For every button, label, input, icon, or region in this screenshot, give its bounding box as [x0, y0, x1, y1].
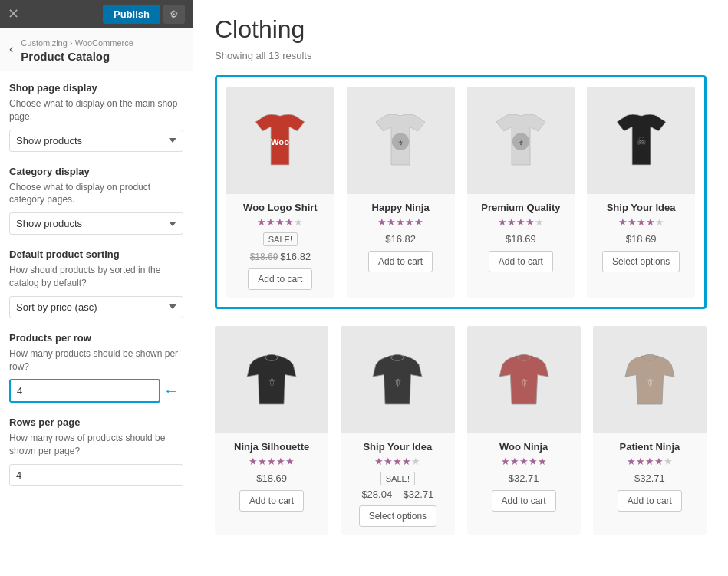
svg-point-12 [644, 354, 656, 360]
products-per-row-section: Products per row How many products shoul… [9, 332, 183, 403]
product-info: Ninja Silhouette ★★★★★ $18.69 Add to car… [215, 433, 328, 519]
svg-text:🗡: 🗡 [519, 377, 529, 388]
product-card: 🗡 Ninja Silhouette ★★★★★ $18.69 Add to c… [215, 326, 328, 535]
product-image: Woo [226, 87, 334, 194]
svg-point-10 [518, 354, 530, 360]
product-info: Patient Ninja ★★★★★ $32.71 Add to cart [593, 433, 707, 519]
product-info: Premium Quality ★★★★★ $18.69 Add to cart [467, 194, 575, 280]
add-to-cart-button[interactable]: Add to cart [618, 490, 682, 512]
product-stars: ★★★★★ [232, 216, 328, 228]
default-sorting-title: Default product sorting [9, 249, 183, 260]
shop-page-display-select[interactable]: Show products Show categories Show categ… [9, 130, 183, 152]
category-display-select[interactable]: Show products Show categories Show categ… [9, 212, 183, 235]
product-image: 🗡 [347, 87, 455, 194]
showing-results-text: Showing all 13 results [215, 50, 707, 61]
add-to-cart-button[interactable]: Select options [359, 505, 436, 527]
category-display-section: Category display Choose what to display … [9, 166, 183, 235]
sale-badge: SALE! [380, 472, 415, 485]
product-info: Happy Ninja ★★★★★ $16.82 Add to cart [347, 194, 455, 280]
product-name: Woo Ninja [473, 441, 575, 453]
product-grid-highlight: Woo Woo Logo Shirt ★★★★★ SALE! $18.69$16… [215, 75, 707, 309]
gear-button[interactable]: ⚙ [163, 5, 185, 24]
product-name: Woo Logo Shirt [232, 202, 328, 213]
products-per-row-input-row: ← [9, 379, 183, 403]
topbar-actions: Publish ⚙ [103, 5, 185, 24]
rows-per-page-title: Rows per page [9, 416, 183, 428]
product-image: 🗡 [467, 87, 575, 194]
rows-per-page-input[interactable] [9, 464, 183, 486]
product-name: Ship Your Idea [347, 441, 448, 453]
add-to-cart-button[interactable]: Add to cart [489, 251, 553, 272]
add-to-cart-button[interactable]: Add to cart [248, 268, 312, 290]
default-sorting-desc: How should products by sorted in the cat… [9, 264, 183, 290]
product-image: 🗡 [467, 326, 581, 433]
category-display-title: Category display [9, 166, 183, 177]
product-stars: ★★★★★ [221, 456, 322, 467]
shop-page-display-desc: Choose what to display on the main shop … [9, 97, 183, 123]
product-info: Ship Your Idea ★★★★★ SALE! $28.04 – $32.… [341, 433, 454, 535]
product-stars: ★★★★★ [593, 216, 689, 228]
product-price: $18.69 [256, 472, 287, 484]
sidebar-content: Shop page display Choose what to display… [0, 71, 193, 576]
arrow-indicator-icon: ← [163, 382, 179, 400]
product-info: Woo Ninja ★★★★★ $32.71 Add to cart [467, 433, 581, 519]
product-image: ☠ [587, 87, 695, 194]
product-card: 🗡 Happy Ninja ★★★★★ $16.82 Add to cart [347, 87, 455, 298]
product-price: $16.82 [385, 233, 416, 245]
add-to-cart-button[interactable]: Select options [602, 251, 680, 272]
breadcrumb: ‹ Customizing › WooCommerce Product Cata… [0, 28, 193, 71]
svg-text:🗡: 🗡 [393, 377, 403, 388]
breadcrumb-title: Product Catalog [21, 50, 133, 63]
svg-text:☠: ☠ [636, 135, 646, 147]
product-name: Premium Quality [473, 202, 569, 213]
breadcrumb-parent: Customizing › WooCommerce [21, 38, 133, 48]
product-stars: ★★★★★ [473, 456, 575, 467]
svg-point-6 [265, 354, 278, 360]
products-per-row-input[interactable] [9, 379, 160, 403]
product-name: Patient Ninja [599, 441, 700, 453]
shop-page-display-title: Shop page display [9, 82, 183, 94]
add-to-cart-button[interactable]: Add to cart [368, 251, 433, 272]
product-image: 🗡 [341, 326, 454, 433]
product-card: 🗡 Patient Ninja ★★★★★ $32.71 Add to cart [593, 326, 707, 535]
products-per-row-desc: How many products should be shown per ro… [9, 347, 183, 374]
publish-button[interactable]: Publish [103, 5, 160, 24]
product-name: Ship Your Idea [593, 202, 689, 213]
sidebar-topbar: ✕ Publish ⚙ [0, 0, 193, 28]
product-price-range: $28.04 – $32.71 [347, 489, 448, 500]
product-card: 🗡 Ship Your Idea ★★★★★ SALE! $28.04 – $3… [341, 326, 454, 535]
close-button[interactable]: ✕ [8, 7, 19, 21]
rows-per-page-section: Rows per page How many rows of products … [9, 416, 183, 486]
product-price: $18.69 [506, 233, 536, 245]
sale-badge: SALE! [263, 232, 298, 246]
product-image: 🗡 [215, 326, 328, 433]
page-title: Clothing [215, 15, 707, 44]
product-price-old: $18.69 [250, 252, 278, 262]
back-arrow-icon[interactable]: ‹ [9, 42, 13, 56]
product-card: Woo Woo Logo Shirt ★★★★★ SALE! $18.69$16… [226, 87, 334, 298]
product-price: $32.71 [634, 472, 665, 484]
product-card: 🗡 Woo Ninja ★★★★★ $32.71 Add to cart [467, 326, 581, 535]
product-info: Woo Logo Shirt ★★★★★ SALE! $18.69$16.82 … [226, 194, 334, 298]
product-grid-row2: 🗡 Ninja Silhouette ★★★★★ $18.69 Add to c… [215, 326, 707, 535]
sidebar: ✕ Publish ⚙ ‹ Customizing › WooCommerce … [0, 0, 193, 576]
svg-text:🗡: 🗡 [267, 377, 277, 388]
svg-text:🗡: 🗡 [397, 140, 404, 146]
product-card: 🗡 Premium Quality ★★★★★ $18.69 Add to ca… [467, 87, 575, 298]
product-name: Ninja Silhouette [221, 441, 322, 453]
rows-per-page-desc: How many rows of products should be show… [9, 432, 183, 458]
add-to-cart-button[interactable]: Add to cart [239, 490, 304, 512]
products-per-row-title: Products per row [9, 332, 183, 344]
main-content: Clothing Showing all 13 results Woo Woo … [193, 0, 728, 576]
product-name: Happy Ninja [353, 202, 449, 213]
default-sorting-select[interactable]: Default sorting Sort by popularity Sort … [9, 296, 183, 318]
product-price: $32.71 [509, 472, 539, 484]
product-stars: ★★★★★ [599, 456, 700, 467]
category-display-desc: Choose what to display on product catego… [9, 181, 183, 207]
product-price: $18.69$16.82 [250, 251, 311, 262]
default-sorting-section: Default product sorting How should produ… [9, 249, 183, 318]
svg-text:🗡: 🗡 [518, 140, 524, 146]
svg-text:🗡: 🗡 [644, 377, 654, 388]
svg-point-8 [391, 354, 404, 360]
add-to-cart-button[interactable]: Add to cart [492, 490, 556, 512]
